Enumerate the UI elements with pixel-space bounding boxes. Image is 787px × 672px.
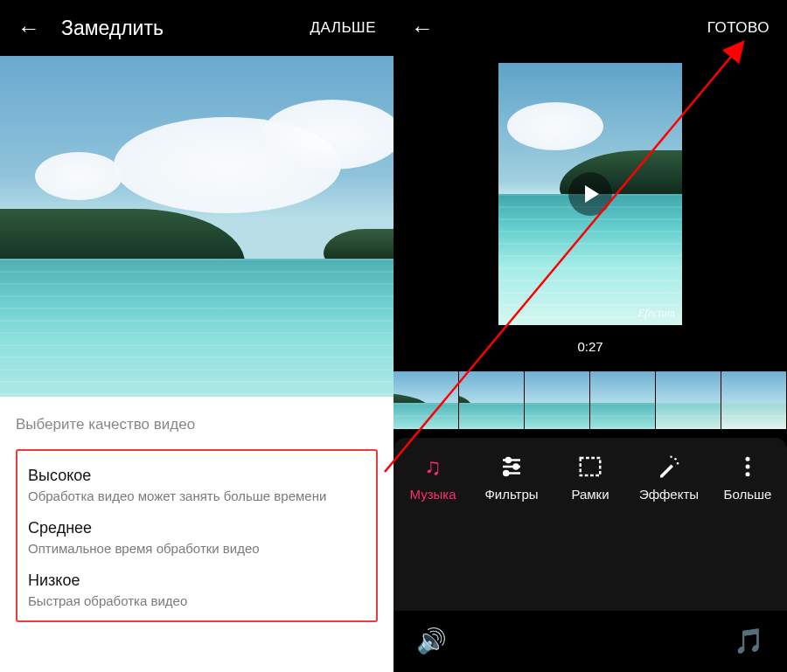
svg-point-10 bbox=[746, 457, 750, 461]
screen-title: Замедлить bbox=[61, 17, 310, 40]
editor-screen: ← ГОТОВО Efectum 0:27 ♫ Музыка bbox=[394, 0, 787, 672]
tool-label: Больше bbox=[724, 487, 772, 502]
more-vertical-icon bbox=[735, 454, 761, 480]
timeline-frame[interactable] bbox=[656, 371, 721, 429]
tool-filters[interactable]: Фильтры bbox=[478, 454, 545, 602]
next-button[interactable]: ДАЛЬШЕ bbox=[310, 19, 376, 37]
magic-wand-icon bbox=[656, 454, 682, 480]
timeline-frame[interactable] bbox=[525, 371, 590, 429]
timeline-frame[interactable] bbox=[459, 371, 525, 429]
play-icon[interactable] bbox=[568, 172, 612, 216]
svg-point-9 bbox=[670, 456, 672, 459]
quality-subtitle: Обработка видео может занять больше врем… bbox=[28, 488, 366, 503]
video-preview-large bbox=[0, 56, 394, 397]
tool-effects[interactable]: Эффекты bbox=[636, 454, 702, 602]
quality-options-highlight: Высокое Обработка видео может занять бол… bbox=[16, 449, 378, 622]
tool-label: Музыка bbox=[409, 487, 456, 502]
back-arrow-icon[interactable]: ← bbox=[411, 17, 434, 39]
music-note-icon[interactable]: 🎵 bbox=[734, 628, 764, 655]
tool-frames[interactable]: Рамки bbox=[557, 454, 623, 602]
timeline-frame[interactable] bbox=[394, 371, 459, 429]
timeline-frame[interactable] bbox=[590, 371, 656, 429]
quality-header-label: Выберите качество видео bbox=[16, 416, 378, 433]
svg-point-7 bbox=[674, 458, 677, 461]
timeline-frame[interactable] bbox=[721, 371, 787, 429]
timeline-thumbnails[interactable] bbox=[394, 371, 787, 429]
quality-subtitle: Быстрая обработка видео bbox=[28, 593, 366, 608]
watermark-label: Efectum bbox=[637, 306, 675, 320]
volume-icon[interactable]: 🔊 bbox=[416, 628, 447, 655]
tool-label: Фильтры bbox=[484, 487, 538, 502]
svg-point-3 bbox=[514, 465, 519, 469]
svg-point-12 bbox=[746, 472, 750, 476]
editor-toolbar: ♫ Музыка Фильтры Рамки Эффекты bbox=[394, 438, 787, 611]
tool-more[interactable]: Больше bbox=[714, 454, 781, 602]
quality-title: Высокое bbox=[28, 467, 366, 485]
quality-option-high[interactable]: Высокое Обработка видео может занять бол… bbox=[26, 454, 367, 507]
quality-title: Низкое bbox=[28, 572, 366, 590]
frame-icon bbox=[577, 454, 603, 480]
bottom-action-bar: 🔊 🎵 bbox=[394, 611, 787, 672]
sliders-icon bbox=[498, 454, 525, 480]
svg-rect-6 bbox=[581, 458, 601, 475]
left-header: ← Замедлить ДАЛЬШЕ bbox=[0, 0, 394, 56]
quality-subtitle: Оптимальное время обработки видео bbox=[28, 541, 366, 556]
quality-option-low[interactable]: Низкое Быстрая обработка видео bbox=[26, 559, 367, 612]
back-arrow-icon[interactable]: ← bbox=[17, 17, 40, 39]
video-duration: 0:27 bbox=[577, 339, 602, 354]
quality-options-panel: Выберите качество видео Высокое Обработк… bbox=[0, 397, 394, 622]
svg-point-11 bbox=[746, 465, 750, 469]
quality-selection-screen: ← Замедлить ДАЛЬШЕ Выберите качество вид… bbox=[0, 0, 394, 672]
tool-music[interactable]: ♫ Музыка bbox=[400, 454, 466, 602]
done-button[interactable]: ГОТОВО bbox=[707, 19, 770, 37]
svg-point-5 bbox=[504, 471, 508, 475]
quality-option-medium[interactable]: Среднее Оптимальное время обработки виде… bbox=[26, 507, 367, 559]
tool-label: Рамки bbox=[571, 487, 609, 502]
music-icon: ♫ bbox=[420, 454, 446, 480]
video-preview-area: Efectum 0:27 bbox=[394, 56, 787, 371]
video-preview-small[interactable]: Efectum bbox=[498, 63, 682, 325]
quality-title: Среднее bbox=[28, 519, 366, 537]
tool-label: Эффекты bbox=[639, 487, 699, 502]
svg-point-1 bbox=[506, 458, 511, 462]
right-header: ← ГОТОВО bbox=[394, 0, 787, 56]
svg-point-8 bbox=[677, 462, 679, 465]
